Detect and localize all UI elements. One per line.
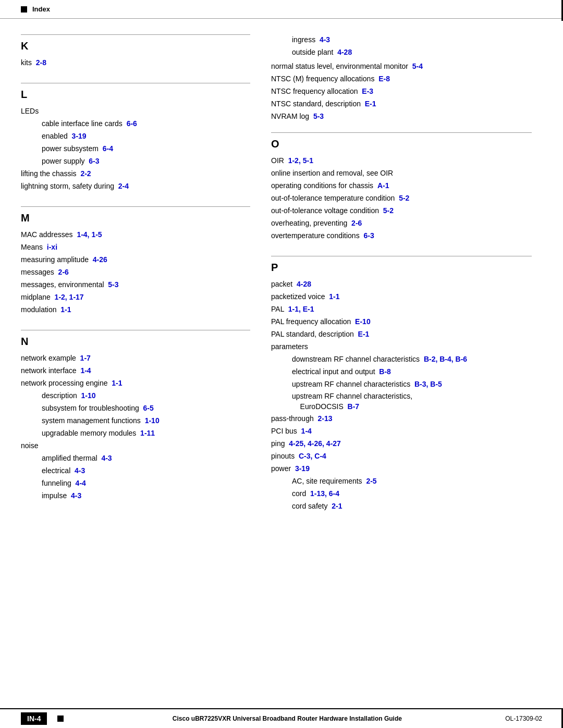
section-p-divider <box>271 256 532 256</box>
entry-normal-status-ref: 5-4 <box>412 62 423 70</box>
entry-means-ref: i-xi <box>47 243 57 251</box>
entry-normal-status: normal status level, environmental monit… <box>271 61 532 72</box>
entry-cable-interface-ref: 6-6 <box>127 119 137 128</box>
entry-ntsc-std: NTSC standard, description E-1 <box>271 98 532 109</box>
entry-npe-sysmgmt-ref: 1-10 <box>145 416 160 425</box>
entry-pal-ref: 1-1, E-1 <box>288 305 314 313</box>
section-l-letter: L <box>21 89 250 101</box>
entry-means: Means i-xi <box>21 242 250 253</box>
entry-ntsc-freq: NTSC frequency allocation E-3 <box>271 86 532 97</box>
entry-messages-env: messages, environmental 5-3 <box>21 279 250 290</box>
entry-midplane: midplane 1-2, 1-17 <box>21 292 250 303</box>
entry-pci-bus: PCI bus 1-4 <box>271 426 532 437</box>
entry-operating-conditions: operating conditions for chassis A-1 <box>271 180 532 191</box>
entry-overheating: overheating, preventing 2-6 <box>271 218 532 229</box>
entry-ac-site: AC, site requirements 2-5 <box>271 476 532 487</box>
entry-pal-freq-ref: E-10 <box>355 317 371 326</box>
entry-ping-ref: 4-25, 4-26, 4-27 <box>289 439 341 448</box>
entry-downstream-rf-ref: B-2, B-4, B-6 <box>424 355 467 363</box>
entry-enabled: enabled 3-19 <box>21 131 250 142</box>
entry-ntsc-std-ref: E-1 <box>365 100 376 108</box>
entry-noise-impulse: impulse 4-3 <box>21 490 250 501</box>
section-o: O OIR 1-2, 5-1 online insertion and remo… <box>271 132 532 241</box>
entry-ntsc-freq-ref: E-3 <box>362 87 373 95</box>
entry-packetized-voice-ref: 1-1 <box>329 292 339 301</box>
section-n-letter: N <box>21 336 250 348</box>
entry-network-example: network example 1-7 <box>21 353 250 364</box>
footer-doc-number: OL-17309-02 <box>505 715 542 722</box>
entry-lightning-ref: 2-4 <box>118 182 129 190</box>
entry-pal: PAL 1-1, E-1 <box>271 304 532 315</box>
section-k: K kits 2-8 <box>21 34 250 68</box>
entry-parameters: parameters <box>271 341 532 352</box>
header-title: Index <box>32 5 50 13</box>
entry-pinouts: pinouts C-3, C-4 <box>271 451 532 462</box>
section-m-divider <box>21 206 250 207</box>
page-badge: IN-4 <box>21 712 47 725</box>
section-p-letter: P <box>271 262 532 274</box>
entry-nvram-ref: 5-3 <box>313 112 324 120</box>
entry-noise-electrical-ref: 4-3 <box>75 466 85 475</box>
entry-electrical-io-ref: B-8 <box>379 367 391 376</box>
entry-network-interface: network interface 1-4 <box>21 365 250 376</box>
entry-noise-outside-plant-ref: 4-28 <box>337 48 352 56</box>
entry-network-interface-ref: 1-4 <box>80 366 91 375</box>
entry-noise-funneling: funneling 4-4 <box>21 478 250 489</box>
entry-lightning: lightning storm, safety during 2-4 <box>21 181 250 192</box>
entry-network-example-ref: 1-7 <box>80 354 91 362</box>
entry-midplane-ref: 1-2, 1-17 <box>55 293 84 301</box>
entry-overtemp: overtemperature conditions 6-3 <box>271 230 532 241</box>
entry-cable-interface: cable interface line cards 6-6 <box>21 118 250 129</box>
entry-power-supply: power supply 6-3 <box>21 156 250 167</box>
footer-title: Cisco uBR7225VXR Universal Broadband Rou… <box>69 715 505 722</box>
entry-noise-outside-plant: outside plant 4-28 <box>271 47 532 58</box>
section-m: M MAC addresses 1-4, 1-5 Means i-xi meas… <box>21 206 250 315</box>
entry-kits-ref: 2-8 <box>36 58 46 67</box>
entry-packet: packet 4-28 <box>271 279 532 290</box>
entry-out-volt: out-of-tolerance voltage condition 5-2 <box>271 205 532 216</box>
section-l: L LEDs cable interface line cards 6-6 en… <box>21 83 250 192</box>
section-p: P packet 4-28 packetized voice 1-1 PAL 1… <box>271 256 532 512</box>
entry-lifting-chassis-ref: 2-2 <box>80 169 91 178</box>
entry-pinouts-ref: C-3, C-4 <box>299 452 326 460</box>
entry-noise-funneling-ref: 4-4 <box>76 479 86 487</box>
entry-pass-through-ref: 2-13 <box>318 414 333 423</box>
entry-pass-through: pass-through 2-13 <box>271 413 532 424</box>
entry-ntsc-m-ref: E-8 <box>378 75 390 83</box>
entry-measuring-ref: 4-26 <box>93 255 107 264</box>
section-o-divider <box>271 132 532 133</box>
entry-online-insertion: online insertion and removal, see OIR <box>271 168 532 179</box>
entry-electrical-io: electrical input and output B-8 <box>271 366 532 377</box>
entry-noise: noise <box>21 440 250 451</box>
entry-npe-memory-ref: 1-11 <box>140 429 155 437</box>
entry-messages-env-ref: 5-3 <box>108 280 118 289</box>
entry-noise-amplified-ref: 4-3 <box>101 454 112 462</box>
entry-upstream-rf-euro: upstream RF channel characteristics, Eur… <box>271 391 532 412</box>
entry-messages-ref: 2-6 <box>58 268 69 276</box>
entry-power-subsystem: power subsystem 6-4 <box>21 143 250 154</box>
right-column: ingress 4-3 outside plant 4-28 normal st… <box>271 34 532 526</box>
page-header: Index <box>0 0 563 19</box>
entry-oir: OIR 1-2, 5-1 <box>271 155 532 166</box>
entry-measuring: measuring amplitude 4-26 <box>21 254 250 265</box>
entry-noise-impulse-ref: 4-3 <box>71 491 81 500</box>
section-n: N network example 1-7 network interface … <box>21 330 250 501</box>
header-icon <box>21 6 27 13</box>
main-content: K kits 2-8 L LEDs cable interface line c… <box>0 19 563 558</box>
entry-pal-std: PAL standard, description E-1 <box>271 329 532 340</box>
entry-cord-safety: cord safety 2-1 <box>271 501 532 512</box>
entry-downstream-rf: downstream RF channel characteristics B-… <box>271 354 532 365</box>
entry-ntsc-m: NTSC (M) frequency allocations E-8 <box>271 73 532 84</box>
entry-pal-std-ref: E-1 <box>358 330 370 338</box>
entry-modulation: modulation 1-1 <box>21 304 250 315</box>
entry-upstream-rf-ref: B-3, B-5 <box>414 380 442 388</box>
entry-pci-bus-ref: 1-4 <box>301 427 312 435</box>
noise-continued: ingress 4-3 outside plant 4-28 <box>271 34 532 58</box>
entry-modulation-ref: 1-1 <box>60 305 71 314</box>
section-m-letter: M <box>21 212 250 224</box>
entry-nvram: NVRAM log 5-3 <box>271 111 532 122</box>
entry-upstream-rf-euro-ref: B-7 <box>348 402 360 411</box>
entry-cord-safety-ref: 2-1 <box>332 502 342 510</box>
entry-npe-ref: 1-1 <box>112 379 122 387</box>
section-k-letter: K <box>21 40 250 52</box>
